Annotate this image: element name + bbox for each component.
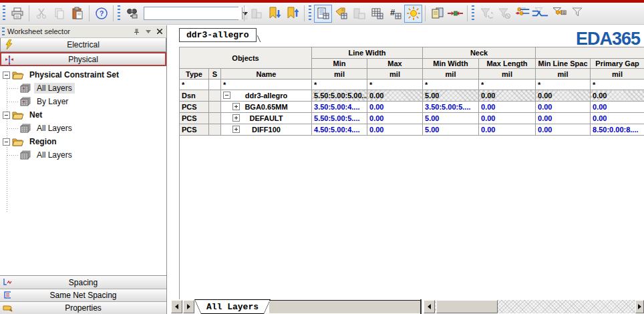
row-name-cell[interactable]: DIFF100	[221, 124, 312, 136]
tree-group-physical-constraint-set[interactable]: Physical Constraint Set	[0, 68, 166, 82]
filter-cell[interactable]: *	[591, 80, 644, 90]
filter-cell[interactable]: *	[312, 80, 367, 90]
row-s-cell[interactable]	[209, 90, 221, 102]
filter-cell[interactable]: *	[221, 80, 312, 90]
highlight-button[interactable]	[404, 5, 422, 23]
net-filter-4-button[interactable]	[567, 5, 585, 23]
expand-box-icon[interactable]	[232, 114, 240, 122]
measure-button[interactable]	[446, 5, 464, 23]
number-grid-button[interactable]: #	[386, 5, 404, 23]
row-type-cell[interactable]: PCS	[180, 113, 209, 124]
net-filter-1-button[interactable]	[513, 5, 531, 23]
row-name-cell[interactable]: DEFAULT	[221, 113, 312, 124]
collapse-box-icon[interactable]	[3, 71, 10, 79]
row-s-cell[interactable]	[209, 124, 221, 136]
scroll-left-button[interactable]	[424, 300, 435, 313]
value-cell[interactable]: 0.00	[591, 90, 644, 102]
domain-button-physical[interactable]: Physical	[0, 52, 166, 66]
value-cell[interactable]: 5.50:5.00:5.00...	[312, 90, 367, 102]
tree-item-pcs-by-layer[interactable]: By Layer	[0, 95, 166, 108]
scroll-right-button[interactable]	[635, 300, 644, 313]
toolbar-grip[interactable]	[118, 5, 120, 21]
design-tab[interactable]: ddr3-allegro	[179, 28, 257, 42]
value-cell[interactable]: 5.00	[423, 113, 479, 124]
notes-copy-button[interactable]	[428, 5, 446, 23]
tree-item-net-all-layers[interactable]: All Layers	[0, 122, 166, 135]
value-cell[interactable]: 0.00	[536, 113, 591, 124]
table-grid-button[interactable]	[368, 5, 386, 23]
scrollbar-thumb[interactable]	[436, 300, 498, 313]
bookmark-up-button[interactable]	[283, 5, 301, 23]
value-cell[interactable]: 0.00	[536, 90, 591, 102]
bookmark-down-button[interactable]	[265, 5, 283, 23]
filter-cell[interactable]: *	[479, 80, 536, 90]
value-cell[interactable]: 5.00	[423, 124, 479, 136]
value-cell[interactable]: 8.50:0.00:8....	[591, 124, 644, 136]
value-cell[interactable]: 0.00	[479, 102, 536, 113]
value-cell[interactable]: 5.50:5.00:5....	[312, 113, 367, 124]
net-filter-3-button[interactable]	[549, 5, 567, 23]
row-s-cell[interactable]	[209, 102, 221, 113]
horizontal-scrollbar[interactable]	[424, 300, 644, 313]
sheet-nav-left-button[interactable]	[171, 300, 182, 313]
value-cell[interactable]: 0.00	[479, 113, 536, 124]
value-cell[interactable]: 0.00	[479, 90, 536, 102]
value-cell[interactable]: 0.00	[536, 102, 591, 113]
collapse-box-icon[interactable]	[3, 112, 10, 119]
value-cell[interactable]: 0.00	[367, 102, 423, 113]
row-type-cell[interactable]: PCS	[180, 102, 209, 113]
toolbar-grip[interactable]	[472, 5, 474, 21]
toolbar-grip[interactable]	[3, 5, 5, 21]
panel-close-button[interactable]	[154, 27, 164, 36]
spacing-button[interactable]: Spacing	[0, 276, 166, 289]
same-net-spacing-button[interactable]: Same Net Spacing	[0, 289, 166, 301]
filter-cell[interactable]	[209, 80, 221, 90]
pin-button[interactable]	[132, 27, 142, 36]
row-type-cell[interactable]: PCS	[180, 124, 209, 136]
value-cell[interactable]: 0.00	[536, 124, 591, 136]
filter-cell[interactable]: *	[536, 80, 591, 90]
tree-item-region-all-layers[interactable]: All Layers	[0, 148, 166, 162]
panel-grip[interactable]	[2, 27, 5, 36]
filter-cell[interactable]: *	[367, 80, 423, 90]
tree-group-region[interactable]: Region	[0, 135, 166, 148]
domain-button-electrical[interactable]: Electrical	[0, 38, 166, 52]
value-cell[interactable]: 3.50:5.00:5....	[423, 102, 479, 113]
toolbar-grip[interactable]	[309, 5, 311, 21]
panel-menu-button[interactable]	[143, 27, 153, 36]
filter-cell[interactable]: *	[423, 80, 479, 90]
filter-cell[interactable]: *	[180, 80, 209, 90]
collapse-box-icon[interactable]	[223, 92, 230, 99]
row-name-cell[interactable]: ddr3-allegro	[221, 90, 312, 102]
row-name-cell[interactable]: BGA0.65MM	[221, 102, 312, 113]
help-button[interactable]: ?	[92, 5, 110, 23]
value-cell[interactable]: 0.00	[591, 113, 644, 124]
tag-worksheet-icon	[335, 7, 348, 20]
expand-box-icon[interactable]	[232, 126, 240, 133]
value-cell[interactable]: 0.00	[591, 102, 644, 113]
paste-button[interactable]	[68, 5, 86, 23]
tree-item-pcs-all-layers[interactable]: All Layers	[0, 82, 166, 95]
find-input[interactable]	[144, 7, 242, 19]
find-replace-button[interactable]	[123, 5, 141, 23]
value-cell[interactable]: 4.50:5.00:4....	[312, 124, 367, 136]
expand-box-icon[interactable]	[232, 103, 240, 110]
properties-button[interactable]: Properties	[0, 301, 166, 314]
row-type-cell[interactable]: Dsn	[180, 90, 209, 102]
value-cell[interactable]: 0.00	[367, 113, 423, 124]
net-filter-2-button[interactable]	[531, 5, 549, 23]
worksheet-list-button[interactable]	[314, 5, 332, 23]
value-cell[interactable]: 0.00	[479, 124, 536, 136]
sheet-tab-all-layers[interactable]: All Layers	[194, 299, 271, 314]
tag-worksheet-button[interactable]	[332, 5, 350, 23]
print-button[interactable]	[8, 5, 26, 23]
sheet-nav-right-button[interactable]	[183, 300, 194, 313]
constraint-grid: Objects Line Width Neck Min Max Min Widt…	[179, 47, 644, 136]
row-s-cell[interactable]	[209, 113, 221, 124]
tree-group-net[interactable]: Net	[0, 108, 166, 122]
value-cell[interactable]: 3.50:5.00:4....	[312, 102, 367, 113]
collapse-box-icon[interactable]	[3, 138, 10, 146]
value-cell[interactable]: 5.00	[423, 90, 479, 102]
value-cell[interactable]: 0.00	[367, 90, 423, 102]
value-cell[interactable]: 0.00	[367, 124, 423, 136]
